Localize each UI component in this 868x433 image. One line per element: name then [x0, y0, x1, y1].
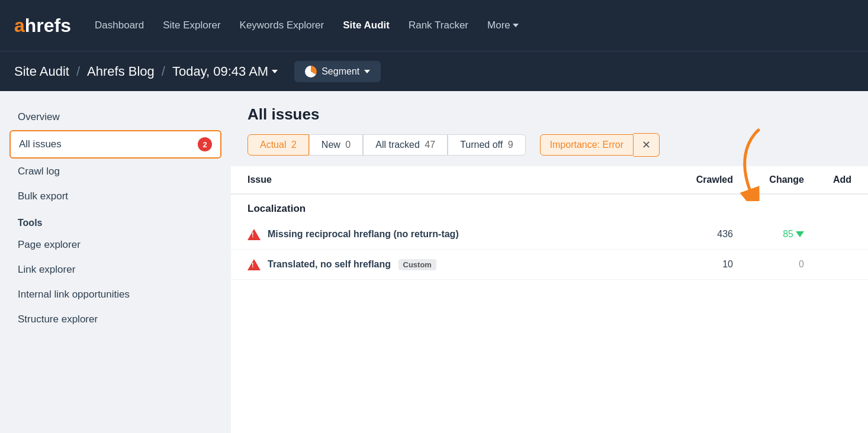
content-area: All issues Actual 2 New 0 All tracked 47… [231, 91, 868, 433]
sidebar-item-internal-link[interactable]: Internal link opportunities [9, 283, 221, 306]
sidebar-item-page-explorer[interactable]: Page explorer [9, 233, 221, 257]
badge-all-issues: 2 [198, 137, 212, 151]
crawled-value: 436 [662, 229, 733, 240]
issue-name: Translated, no self hreflang Custom [268, 259, 662, 270]
page-title: All issues [247, 105, 851, 124]
breadcrumb-bar: Site Audit / Ahrefs Blog / Today, 09:43 … [0, 51, 868, 91]
change-value: 85 [733, 229, 804, 240]
crawled-value: 10 [662, 259, 733, 270]
filter-tabs: Actual 2 New 0 All tracked 47 Turned off… [247, 133, 851, 157]
chevron-down-icon [272, 70, 278, 73]
table-row: Missing reciprocal hreflang (no return-t… [231, 219, 868, 250]
sidebar-item-link-explorer[interactable]: Link explorer [9, 258, 221, 282]
filter-count-new: 0 [345, 140, 351, 150]
filter-tab-all-tracked[interactable]: All tracked 47 [363, 134, 448, 156]
col-header-issue: Issue [247, 175, 662, 185]
logo-text: ahrefs [14, 15, 71, 37]
breadcrumb-time[interactable]: Today, 09:43 AM [172, 64, 278, 79]
sidebar-item-structure-explorer[interactable]: Structure explorer [9, 308, 221, 331]
breadcrumb-sep-1: / [76, 64, 80, 79]
importance-close-button[interactable]: ✕ [634, 133, 660, 157]
logo[interactable]: ahrefs [14, 15, 71, 37]
filter-count-turned-off: 9 [508, 140, 513, 150]
col-header-change: Change [733, 175, 804, 185]
col-header-add: Add [804, 175, 851, 185]
sidebar-item-crawl-log[interactable]: Crawl log [9, 160, 221, 183]
nav-more[interactable]: More [487, 20, 519, 31]
sidebar-item-bulk-export[interactable]: Bulk export [9, 185, 221, 208]
warning-triangle-icon [247, 229, 261, 240]
nav-rank-tracker[interactable]: Rank Tracker [409, 20, 468, 31]
filter-tab-turned-off[interactable]: Turned off 9 [448, 134, 525, 156]
warning-icon [247, 228, 261, 241]
chevron-down-icon [513, 24, 519, 27]
change-value: 0 [733, 259, 804, 270]
nav-site-explorer[interactable]: Site Explorer [163, 20, 220, 31]
content-header: All issues Actual 2 New 0 All tracked 47… [231, 91, 868, 166]
warning-icon [247, 258, 261, 271]
top-navigation: ahrefs Dashboard Site Explorer Keywords … [0, 0, 868, 51]
breadcrumb-sep-2: / [162, 64, 165, 79]
warning-triangle-icon [247, 259, 261, 270]
col-header-crawled: Crawled [662, 175, 733, 185]
down-arrow-icon [796, 231, 804, 237]
sidebar-item-overview[interactable]: Overview [9, 105, 221, 129]
filter-tab-new[interactable]: New 0 [309, 134, 363, 156]
pie-icon [305, 66, 317, 77]
main-layout: Overview All issues 2 Crawl log Bulk exp… [0, 91, 868, 433]
nav-dashboard[interactable]: Dashboard [95, 20, 144, 31]
filter-tab-actual[interactable]: Actual 2 [247, 134, 309, 156]
sidebar: Overview All issues 2 Crawl log Bulk exp… [0, 91, 231, 433]
nav-site-audit[interactable]: Site Audit [343, 20, 390, 31]
table-row: Translated, no self hreflang Custom 10 0 [231, 250, 868, 280]
filter-count-all-tracked: 47 [425, 140, 435, 150]
sidebar-tools-title: Tools [9, 209, 221, 233]
segment-button[interactable]: Segment [294, 61, 381, 82]
filter-count-actual: 2 [291, 140, 297, 150]
custom-badge: Custom [398, 259, 436, 270]
breadcrumb-blog: Ahrefs Blog [87, 64, 155, 79]
table-header: Issue Crawled Change Add [231, 166, 868, 195]
section-localization: Localization [231, 195, 868, 219]
issue-name: Missing reciprocal hreflang (no return-t… [268, 229, 662, 240]
chevron-down-icon [364, 70, 370, 73]
importance-filter-button[interactable]: Importance: Error [540, 134, 634, 156]
nav-keywords-explorer[interactable]: Keywords Explorer [240, 20, 324, 31]
logo-a-letter: a [14, 15, 25, 36]
breadcrumb-site-audit: Site Audit [14, 64, 69, 79]
sidebar-item-all-issues[interactable]: All issues 2 [9, 130, 221, 159]
